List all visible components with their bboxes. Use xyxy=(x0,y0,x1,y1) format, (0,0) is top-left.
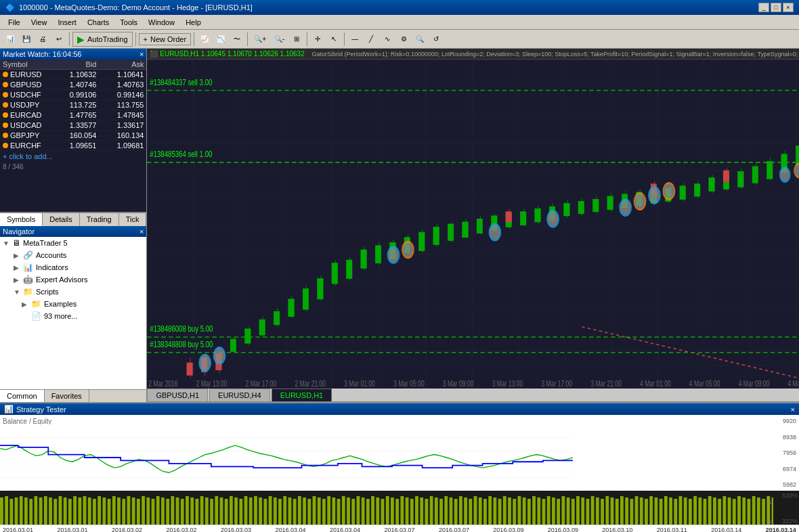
list-item[interactable]: EURCHF 1.09651 1.09681 xyxy=(0,141,146,151)
window-title: 1000000 - MetaQuotes-Demo: Demo Account … xyxy=(19,3,253,12)
menu-tools[interactable]: Tools xyxy=(114,17,143,28)
svg-rect-217 xyxy=(362,497,365,525)
x-label: 2016.03.09 xyxy=(548,527,578,532)
tab-gbpusd-h1[interactable]: GBPUSD,H1 xyxy=(147,389,208,401)
script-icon: 📄 xyxy=(31,311,41,321)
symbol-indicator xyxy=(3,72,8,77)
menu-charts[interactable]: Charts xyxy=(82,17,114,28)
svg-rect-167 xyxy=(122,499,125,525)
tb-bar-chart[interactable]: 📈 xyxy=(197,32,212,47)
tb-line-chart[interactable]: 〜 xyxy=(230,32,244,47)
tb-hline[interactable]: — xyxy=(347,32,362,47)
x-label: 2016.03.07 xyxy=(384,527,414,532)
tab-eurusd-h1[interactable]: EURUSD,H1 xyxy=(272,389,332,401)
svg-rect-178 xyxy=(176,497,179,525)
svg-rect-222 xyxy=(386,496,389,525)
svg-rect-212 xyxy=(337,499,341,525)
svg-rect-266 xyxy=(601,499,604,525)
candlestick-chart-svg: #138484337 sell 3.00 #138485364 sell 1.0… xyxy=(147,60,799,389)
tree-item-metatrader5[interactable]: ▼ 🖥 MetaTrader 5 xyxy=(0,237,146,249)
tb-fibonaci[interactable]: ∿ xyxy=(380,32,395,47)
list-item[interactable]: EURUSD 1.10632 1.10641 xyxy=(0,70,146,80)
svg-rect-253 xyxy=(537,497,540,525)
tb-cursor[interactable]: ↖ xyxy=(326,32,341,47)
neworder-button[interactable]: + New Order xyxy=(139,33,192,45)
autotrading-label: AutoTrading xyxy=(87,35,128,43)
tb-zoom-in[interactable]: 🔍+ xyxy=(251,32,269,47)
bid-value: 1.47765 xyxy=(49,111,96,119)
menu-insert[interactable]: Insert xyxy=(52,17,82,28)
tab-eurusd-h4[interactable]: EURUSD,H4 xyxy=(209,389,270,401)
list-item[interactable]: EURCAD 1.47765 1.47845 xyxy=(0,110,146,120)
svg-rect-255 xyxy=(547,496,550,525)
close-button[interactable]: × xyxy=(783,3,794,12)
autotrading-button[interactable]: ▶ AutoTrading xyxy=(72,32,133,47)
menu-file[interactable]: File xyxy=(3,17,26,28)
list-item[interactable]: USDCAD 1.33577 1.33617 xyxy=(0,120,146,131)
tb-search[interactable]: 🔍 xyxy=(412,32,427,47)
svg-rect-203 xyxy=(293,499,297,525)
y-label: 8938 xyxy=(775,434,796,441)
svg-rect-191 xyxy=(239,499,242,525)
list-item[interactable]: USDCHF 0.99106 0.99146 xyxy=(0,90,146,100)
tb-refresh[interactable]: ↺ xyxy=(429,32,444,47)
tab-trading[interactable]: Trading xyxy=(80,213,119,226)
tab-symbols[interactable]: Symbols xyxy=(0,213,43,226)
svg-rect-274 xyxy=(640,497,643,525)
svg-rect-210 xyxy=(327,496,330,525)
menu-bar: File View Insert Charts Tools Window Hel… xyxy=(0,15,799,30)
svg-rect-44 xyxy=(419,232,425,250)
svg-rect-177 xyxy=(171,496,174,525)
tree-item-expert-advisors[interactable]: ▶ 🤖 Expert Advisors xyxy=(0,273,146,286)
svg-rect-90 xyxy=(752,167,758,183)
svg-rect-211 xyxy=(332,497,335,525)
ea-icon: 🤖 xyxy=(23,275,33,284)
tab-tick[interactable]: Tick xyxy=(119,213,147,226)
tb-crosshair[interactable]: ✛ xyxy=(310,32,325,47)
svg-text:4 Mar 09:00: 4 Mar 09:00 xyxy=(739,378,770,388)
menu-window[interactable]: Window xyxy=(143,17,180,28)
tb-save[interactable]: 💾 xyxy=(19,32,34,47)
tab-details[interactable]: Details xyxy=(43,213,80,226)
svg-rect-66 xyxy=(579,202,585,214)
tb-indicators[interactable]: ⚙ xyxy=(396,32,411,47)
chart-canvas[interactable]: 1.10470 1.10260 1.10050 1.09840 1.09630 … xyxy=(147,60,799,389)
list-item[interactable]: GBPUSD 1.40746 1.40763 xyxy=(0,80,146,90)
svg-rect-68 xyxy=(593,200,599,212)
svg-rect-38 xyxy=(376,246,382,263)
svg-rect-159 xyxy=(83,496,87,525)
add-symbol-link[interactable]: + click to add... xyxy=(3,152,53,160)
tb-new-chart[interactable]: 📊 xyxy=(3,32,18,47)
svg-rect-50 xyxy=(462,222,469,238)
list-item[interactable]: USDJPY 113.725 113.755 xyxy=(0,100,146,110)
tree-item-accounts[interactable]: ▶ 🔗 Accounts xyxy=(0,249,146,261)
symbol-name: GBPUSD xyxy=(10,81,41,89)
menu-view[interactable]: View xyxy=(26,17,53,28)
tab-favorites[interactable]: Favorites xyxy=(45,390,89,402)
tb-undo[interactable]: ↩ xyxy=(51,32,66,47)
tree-item-more[interactable]: 📄 93 more... xyxy=(0,310,146,322)
market-watch-close[interactable]: × xyxy=(139,50,144,58)
tb-candlestick[interactable]: 📉 xyxy=(213,32,228,47)
maximize-button[interactable]: □ xyxy=(771,3,781,12)
svg-rect-263 xyxy=(586,499,590,525)
navigator-close[interactable]: × xyxy=(139,227,144,236)
svg-rect-290 xyxy=(718,499,721,525)
tree-item-examples[interactable]: ▶ 📁 Examples xyxy=(0,298,146,310)
svg-rect-297 xyxy=(752,496,756,525)
neworder-label: New Order xyxy=(150,35,186,43)
st-close-button[interactable]: × xyxy=(791,405,795,414)
svg-rect-201 xyxy=(283,496,286,525)
window-controls[interactable]: _ □ × xyxy=(758,3,794,12)
tb-fit[interactable]: ⊞ xyxy=(289,32,304,47)
list-item[interactable]: GBPJPY 160.054 160.134 xyxy=(0,131,146,141)
tb-print[interactable]: 🖨 xyxy=(35,32,50,47)
minimize-button[interactable]: _ xyxy=(758,3,769,12)
tree-item-scripts[interactable]: ▼ 📁 Scripts xyxy=(0,286,146,298)
menu-help[interactable]: Help xyxy=(180,17,207,28)
tb-zoom-out[interactable]: 🔍- xyxy=(271,32,288,47)
tab-common[interactable]: Common xyxy=(0,390,45,402)
tree-item-indicators[interactable]: ▶ 📊 Indicators xyxy=(0,261,146,273)
tb-trendline[interactable]: ╱ xyxy=(364,32,379,47)
svg-rect-150 xyxy=(39,497,43,525)
